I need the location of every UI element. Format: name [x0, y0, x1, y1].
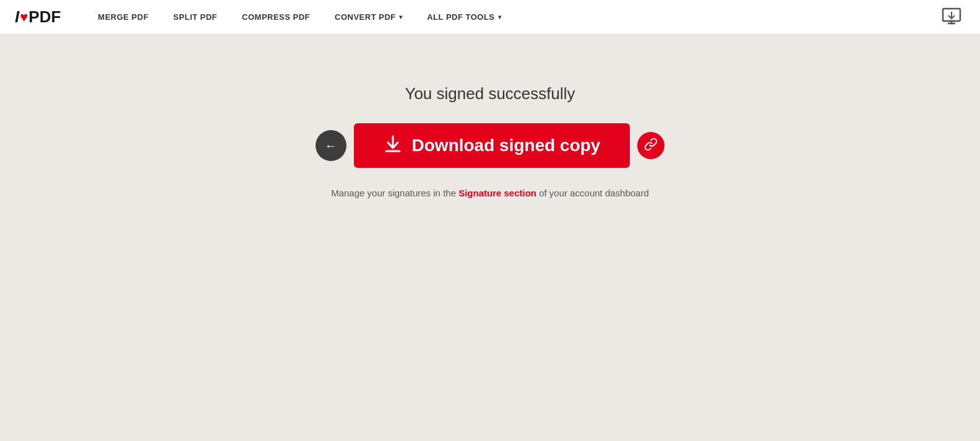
nav-item-convert-pdf[interactable]: CONVERT PDF ▾ [322, 0, 415, 35]
back-arrow-icon: ← [325, 139, 337, 153]
manage-signatures-text: Manage your signatures in the Signature … [331, 188, 649, 198]
all-pdf-tools-dropdown-arrow: ▾ [498, 14, 502, 20]
download-icon [384, 134, 402, 157]
logo-i: I [15, 7, 19, 27]
nav-item-all-pdf-tools[interactable]: ALL PDF TOOLS ▾ [415, 0, 514, 35]
header-right [938, 4, 965, 31]
download-desktop-button[interactable] [938, 4, 965, 31]
copy-link-button[interactable] [637, 132, 664, 159]
nav-item-merge-pdf[interactable]: MERGE PDF [85, 0, 161, 35]
action-row: ← Download signed copy [316, 123, 665, 168]
signature-section-link[interactable]: Signature section [458, 188, 536, 198]
convert-pdf-dropdown-arrow: ▾ [399, 14, 403, 20]
monitor-download-icon [942, 7, 961, 27]
main-content: You signed successfully ← Download signe… [0, 35, 980, 198]
header: I ♥ PDF MERGE PDF SPLIT PDF COMPRESS PDF… [0, 0, 980, 35]
logo-heart: ♥ [20, 9, 28, 25]
back-button[interactable]: ← [316, 130, 346, 161]
download-btn-label: Download signed copy [412, 136, 601, 155]
success-title: You signed successfully [405, 84, 575, 103]
logo[interactable]: I ♥ PDF [15, 7, 61, 27]
link-icon [644, 138, 658, 154]
nav-item-compress-pdf[interactable]: COMPRESS PDF [230, 0, 322, 35]
download-signed-copy-button[interactable]: Download signed copy [354, 123, 630, 168]
nav-item-split-pdf[interactable]: SPLIT PDF [161, 0, 230, 35]
logo-pdf: PDF [28, 7, 61, 27]
main-nav: MERGE PDF SPLIT PDF COMPRESS PDF CONVERT… [85, 0, 938, 35]
